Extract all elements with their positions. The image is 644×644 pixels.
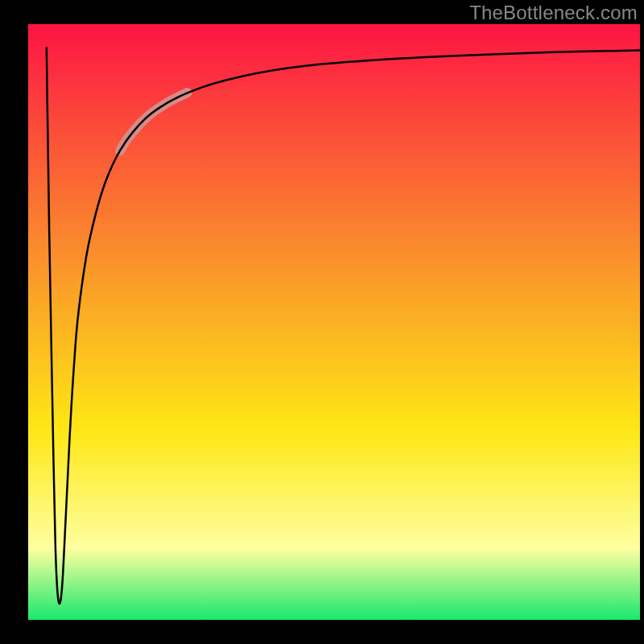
plot-background-gradient [28,24,640,620]
bottleneck-chart [0,0,644,644]
chart-outer-frame: TheBottleneck.com [0,0,644,644]
watermark-text: TheBottleneck.com [469,2,638,24]
